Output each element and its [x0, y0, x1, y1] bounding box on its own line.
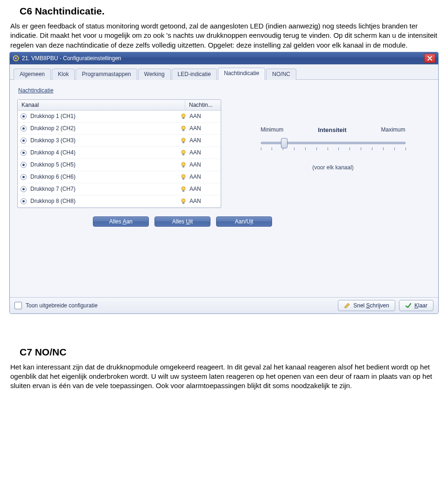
svg-point-1 [15, 57, 17, 59]
kanaal-name: Drukknop 7 (CH7) [30, 186, 76, 192]
doc-heading-c6: C6 Nachtindicatie. [20, 6, 439, 17]
table-row[interactable]: Drukknop 7 (CH7)AAN [18, 183, 221, 195]
svg-rect-11 [183, 166, 184, 167]
alles-uit-button[interactable]: Alles Uit [154, 216, 210, 227]
table-row[interactable]: Drukknop 5 (CH5)AAN [18, 159, 221, 171]
tab-content-nachtindicatie: Nachtindicatie Kanaal Nachtin... Drukkno… [10, 80, 438, 297]
table-row[interactable]: Drukknop 2 (CH2)AAN [18, 123, 221, 135]
table-row[interactable]: Drukknop 8 (CH8)AAN [18, 195, 221, 208]
bulb-icon [180, 186, 187, 192]
window-title: 21. VMB8PBU - Configuratieinstellingen [22, 55, 424, 62]
tab-werking[interactable]: Werking [138, 69, 171, 80]
kanaal-name: Drukknop 4 (CH4) [30, 149, 76, 156]
tab-nachtindicatie[interactable]: Nachtindicatie [218, 68, 265, 80]
kanaal-name: Drukknop 3 (CH3) [30, 137, 76, 144]
slider-mid-label: Intensiteit [318, 126, 346, 133]
window-footer: Toon uitgebreide configuratie Snel Schri… [10, 297, 438, 313]
toon-uitgebreide-checkbox[interactable] [14, 302, 22, 309]
check-icon [405, 302, 412, 309]
kanaal-name: Drukknop 6 (CH6) [30, 174, 76, 180]
bulb-icon [180, 137, 187, 144]
klaar-button[interactable]: Klaar [399, 300, 434, 311]
svg-point-16 [182, 199, 185, 202]
table-row[interactable]: Drukknop 6 (CH6)AAN [18, 171, 221, 183]
alles-aan-button[interactable]: Alles Aan [93, 216, 149, 227]
status-value: AAN [189, 149, 201, 156]
intensity-slider[interactable] [261, 138, 406, 154]
intensity-panel: Minimum Intensiteit Maximum (voor elk ka… [235, 99, 431, 208]
doc-para-c6: Als er geen feedback of status monitorin… [10, 21, 439, 50]
bulb-icon [180, 149, 187, 156]
bulb-icon [180, 198, 187, 204]
tab-programmastappen[interactable]: Programmastappen [76, 69, 137, 80]
write-icon [344, 302, 350, 309]
radio-icon[interactable] [21, 113, 27, 119]
tab-algemeen[interactable]: Algemeen [14, 69, 51, 80]
radio-icon[interactable] [21, 150, 27, 156]
toon-uitgebreide-label[interactable]: Toon uitgebreide configuratie [26, 302, 98, 309]
svg-rect-13 [183, 178, 184, 180]
channels-table: Kanaal Nachtin... Drukknop 1 (CH1)AANDru… [17, 99, 221, 208]
svg-rect-5 [183, 130, 184, 131]
status-value: AAN [189, 186, 201, 192]
svg-point-8 [182, 150, 185, 154]
doc-para-c7: Het kan interessant zijn dat de drukknop… [10, 362, 439, 391]
tab-no-nc[interactable]: NO/NC [266, 69, 296, 80]
radio-icon[interactable] [21, 186, 27, 192]
slider-min-label: Minimum [261, 126, 284, 133]
radio-icon[interactable] [21, 174, 27, 180]
bulb-icon [180, 125, 187, 132]
aan-uit-button[interactable]: Aan/Uit [216, 216, 272, 227]
svg-point-2 [182, 114, 185, 118]
titlebar[interactable]: 21. VMB8PBU - Configuratieinstellingen [10, 52, 438, 64]
section-label: Nachtindicatie [18, 87, 431, 94]
th-nachtin[interactable]: Nachtin... [185, 100, 225, 110]
svg-point-6 [182, 138, 185, 142]
status-value: AAN [189, 137, 201, 144]
tab-bar: AlgemeenKlokProgrammastappenWerkingLED-i… [10, 64, 438, 80]
snel-schrijven-button[interactable]: Snel Schrijven [338, 300, 395, 311]
table-row[interactable]: Drukknop 3 (CH3)AAN [18, 135, 221, 147]
bulb-icon [180, 161, 187, 168]
status-value: AAN [189, 113, 201, 119]
table-row[interactable]: Drukknop 1 (CH1)AAN [18, 111, 221, 123]
status-value: AAN [189, 174, 201, 180]
svg-rect-3 [183, 118, 184, 119]
config-window: 21. VMB8PBU - Configuratieinstellingen A… [9, 52, 439, 314]
svg-rect-17 [183, 202, 184, 204]
bulb-icon [180, 174, 187, 180]
status-value: AAN [189, 125, 201, 132]
radio-icon[interactable] [21, 198, 27, 204]
gear-icon [13, 55, 19, 62]
svg-rect-15 [183, 190, 184, 192]
status-value: AAN [189, 198, 201, 204]
svg-point-10 [182, 162, 185, 166]
tab-led-indicatie[interactable]: LED-indicatie [172, 69, 217, 80]
table-row[interactable]: Drukknop 4 (CH4)AAN [18, 147, 221, 159]
svg-point-4 [182, 126, 185, 130]
slider-caption: (voor elk kanaal) [312, 164, 354, 171]
svg-rect-7 [183, 142, 184, 143]
th-kanaal[interactable]: Kanaal [18, 100, 185, 110]
svg-rect-9 [183, 154, 184, 155]
kanaal-name: Drukknop 5 (CH5) [30, 161, 76, 168]
radio-icon[interactable] [21, 125, 27, 132]
action-row: Alles Aan Alles Uit Aan/Uit [93, 216, 431, 227]
tab-klok[interactable]: Klok [52, 69, 75, 80]
radio-icon[interactable] [21, 162, 27, 168]
status-value: AAN [189, 161, 201, 168]
slider-max-label: Maximum [381, 126, 405, 133]
doc-heading-c7: C7 NO/NC [20, 347, 439, 358]
kanaal-name: Drukknop 1 (CH1) [30, 113, 76, 119]
slider-thumb[interactable] [281, 138, 287, 148]
kanaal-name: Drukknop 2 (CH2) [30, 125, 76, 132]
svg-point-12 [182, 174, 185, 178]
bulb-icon [180, 113, 187, 119]
close-button[interactable] [424, 54, 435, 63]
kanaal-name: Drukknop 8 (CH8) [30, 198, 76, 204]
radio-icon[interactable] [21, 138, 27, 144]
svg-point-14 [182, 187, 185, 190]
